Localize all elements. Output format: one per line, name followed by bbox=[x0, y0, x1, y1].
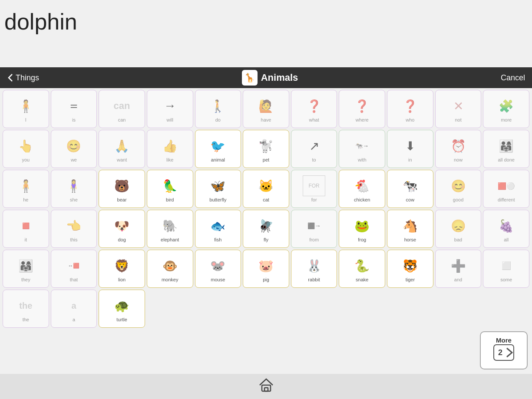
cell-not[interactable]: ✕ not bbox=[435, 90, 482, 128]
cell-is[interactable]: ＝ is bbox=[51, 90, 97, 128]
empty-cell bbox=[291, 290, 337, 328]
cell-cat[interactable]: 🐱 cat bbox=[243, 170, 289, 208]
cell-pet[interactable]: 🐩 pet bbox=[243, 130, 289, 168]
cell-rabbit[interactable]: 🐰 rabbit bbox=[291, 250, 337, 288]
bear-icon: 🐻 bbox=[111, 175, 133, 196]
cell-turtle[interactable]: 🐢 turtle bbox=[99, 290, 145, 328]
cell-more[interactable]: 🧩 more bbox=[483, 90, 529, 128]
you-icon: 👆 bbox=[14, 135, 37, 156]
cell-butterfly[interactable]: 🦋 butterfly bbox=[195, 170, 241, 208]
cell-cow[interactable]: 🐄 cow bbox=[387, 170, 433, 208]
cat-icon: 🐱 bbox=[254, 175, 277, 196]
equal-icon: ＝ bbox=[63, 96, 85, 116]
text-output: dolphin bbox=[4, 9, 77, 35]
with-icon: 🐄→ bbox=[351, 135, 373, 156]
not-icon: ✕ bbox=[447, 96, 469, 116]
cell-label: fish bbox=[214, 237, 221, 243]
cell-different[interactable]: 🟥⚪ different bbox=[483, 170, 529, 208]
cell-all-done[interactable]: 👨‍👩‍👧 all done bbox=[483, 130, 529, 168]
dog-icon: 🐶 bbox=[111, 215, 133, 236]
cell-where[interactable]: ❓ where bbox=[339, 90, 385, 128]
cell-bird[interactable]: 🦜 bird bbox=[147, 170, 193, 208]
cell-want[interactable]: 🙏 want bbox=[99, 130, 145, 168]
cell-dog[interactable]: 🐶 dog bbox=[99, 210, 145, 248]
cell-all[interactable]: 🍇 all bbox=[483, 210, 529, 248]
cell-horse[interactable]: 🐴 horse bbox=[387, 210, 433, 248]
cell-fly[interactable]: 🪰 fly bbox=[243, 210, 289, 248]
cell-in[interactable]: ⬇ in bbox=[387, 130, 433, 168]
they-icon: 👨‍👩‍👧 bbox=[14, 255, 37, 276]
cancel-button[interactable]: Cancel bbox=[501, 73, 525, 82]
cell-lion[interactable]: 🦁 lion bbox=[99, 250, 145, 288]
cell-for[interactable]: FOR for bbox=[291, 170, 337, 208]
to-icon: ↗ bbox=[303, 135, 325, 156]
cell-i[interactable]: 🧍 I bbox=[3, 90, 49, 128]
rabbit-icon: 🐰 bbox=[303, 255, 325, 276]
cell-and[interactable]: ➕ and bbox=[435, 250, 482, 288]
cell-that[interactable]: ↔🟥 that bbox=[51, 250, 97, 288]
home-icon bbox=[258, 378, 274, 392]
do-icon: 🚶 bbox=[207, 96, 229, 116]
cell-label: for bbox=[311, 197, 317, 203]
cell-label: they bbox=[21, 277, 30, 283]
cell-bad[interactable]: 😞 bad bbox=[435, 210, 482, 248]
she-icon: 🧍‍♀️ bbox=[63, 175, 85, 196]
cell-you[interactable]: 👆 you bbox=[3, 130, 49, 168]
cell-do[interactable]: 🚶 do bbox=[195, 90, 241, 128]
cell-she[interactable]: 🧍‍♀️ she bbox=[51, 170, 97, 208]
cell-from[interactable]: ⬛→ from bbox=[291, 210, 337, 248]
cell-this[interactable]: 👈 this bbox=[51, 210, 97, 248]
good-icon: 😊 bbox=[447, 175, 469, 196]
cell-now[interactable]: ⏰ now bbox=[435, 130, 482, 168]
cell-label: we bbox=[71, 157, 77, 163]
svg-rect-0 bbox=[494, 345, 514, 360]
cell-they[interactable]: 👨‍👩‍👧 they bbox=[3, 250, 49, 288]
cell-label: in bbox=[408, 157, 412, 163]
cell-he[interactable]: 🧍 he bbox=[3, 170, 49, 208]
and-icon: ➕ bbox=[447, 255, 469, 276]
cell-label: it bbox=[25, 237, 27, 243]
it-icon: 🟥 bbox=[14, 215, 37, 236]
cell-fish[interactable]: 🐟 fish bbox=[195, 210, 241, 248]
cell-label: pet bbox=[263, 157, 269, 163]
elephant-icon: 🐘 bbox=[159, 215, 181, 236]
cell-elephant[interactable]: 🐘 elephant bbox=[147, 210, 193, 248]
cell-with[interactable]: 🐄→ with bbox=[339, 130, 385, 168]
cell-frog[interactable]: 🐸 frog bbox=[339, 210, 385, 248]
cell-label: good bbox=[453, 197, 463, 203]
cell-the[interactable]: the the bbox=[3, 290, 49, 328]
cell-what[interactable]: ❓ what bbox=[291, 90, 337, 128]
cell-label: turtle bbox=[116, 317, 127, 323]
home-button[interactable] bbox=[258, 378, 274, 395]
cell-label: what bbox=[309, 117, 319, 123]
cell-to[interactable]: ↗ to bbox=[291, 130, 337, 168]
cell-mouse[interactable]: 🐭 mouse bbox=[195, 250, 241, 288]
cell-tiger[interactable]: 🐯 tiger bbox=[387, 250, 433, 288]
cell-can[interactable]: can can bbox=[99, 90, 145, 128]
cell-will[interactable]: → will bbox=[147, 90, 193, 128]
cell-label: chicken bbox=[354, 197, 370, 203]
nav-back-button[interactable]: Things bbox=[7, 73, 39, 82]
cell-monkey[interactable]: 🐵 monkey bbox=[147, 250, 193, 288]
cell-label: I bbox=[25, 117, 26, 123]
cell-who[interactable]: ❓ who bbox=[387, 90, 433, 128]
different-icon: 🟥⚪ bbox=[495, 175, 518, 196]
all-icon: 🍇 bbox=[495, 215, 518, 236]
we-icon: 😊 bbox=[63, 135, 85, 156]
cell-snake[interactable]: 🐍 snake bbox=[339, 250, 385, 288]
cell-a[interactable]: a a bbox=[51, 290, 97, 328]
cell-pig[interactable]: 🐷 pig bbox=[243, 250, 289, 288]
cell-chicken[interactable]: 🐔 chicken bbox=[339, 170, 385, 208]
cell-we[interactable]: 😊 we bbox=[51, 130, 97, 168]
lion-icon: 🦁 bbox=[111, 255, 133, 276]
cell-it[interactable]: 🟥 it bbox=[3, 210, 49, 248]
cell-animal[interactable]: 🐦 animal bbox=[195, 130, 241, 168]
bottom-bar bbox=[0, 374, 532, 399]
more-button[interactable]: More 2 bbox=[480, 331, 528, 369]
cell-like[interactable]: 👍 like bbox=[147, 130, 193, 168]
cell-label: want bbox=[117, 157, 127, 163]
cell-bear[interactable]: 🐻 bear bbox=[99, 170, 145, 208]
cell-good[interactable]: 😊 good bbox=[435, 170, 482, 208]
cell-have[interactable]: 🙋 have bbox=[243, 90, 289, 128]
cell-some[interactable]: ⬜ some bbox=[483, 250, 529, 288]
